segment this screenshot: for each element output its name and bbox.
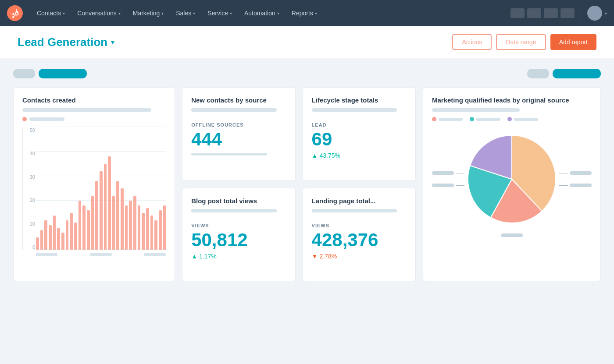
chart-bar[interactable] bbox=[116, 181, 119, 250]
nav-item-service[interactable]: Service ▾ bbox=[202, 6, 237, 20]
connector-right-1 bbox=[559, 171, 592, 175]
dashboard: Contacts created 50403020100 New co bbox=[0, 58, 614, 364]
nav-icon-btn-1[interactable] bbox=[510, 8, 525, 18]
card-lifecycle-stage: Lifecycle stage totals LEAD 69 ▲ 43.75% bbox=[303, 87, 416, 181]
chart-bar[interactable] bbox=[163, 205, 166, 250]
filter-pill-4[interactable] bbox=[553, 69, 601, 78]
user-avatar[interactable] bbox=[587, 6, 602, 21]
chart-bar[interactable] bbox=[53, 216, 56, 250]
landing-views-title: Landing page total... bbox=[312, 197, 407, 205]
header-actions: Actions Date range Add report bbox=[452, 34, 596, 50]
title-dropdown-icon[interactable]: ▾ bbox=[111, 38, 114, 46]
legend-label bbox=[29, 117, 64, 121]
chart-bar[interactable] bbox=[104, 164, 107, 250]
landing-views-bar bbox=[312, 209, 397, 212]
chart-grid-line bbox=[36, 151, 166, 152]
source-value: 444 bbox=[191, 130, 286, 148]
toolbar-left bbox=[13, 69, 87, 78]
bar-chart: 50403020100 bbox=[22, 127, 166, 272]
chart-bar[interactable] bbox=[133, 196, 136, 250]
chart-bar[interactable] bbox=[57, 228, 60, 250]
nav-icon-btn-2[interactable] bbox=[527, 8, 541, 18]
nav-item-contacts[interactable]: Contacts ▾ bbox=[32, 6, 70, 20]
chart-bar[interactable] bbox=[61, 233, 64, 250]
svg-point-2 bbox=[12, 16, 14, 18]
pie-legend-row bbox=[432, 117, 592, 121]
nav-icon-btn-4[interactable] bbox=[560, 8, 575, 18]
connector-pill bbox=[570, 171, 592, 175]
chart-bar[interactable] bbox=[138, 205, 141, 250]
filter-pill-3[interactable] bbox=[527, 69, 549, 78]
chart-bar[interactable] bbox=[129, 201, 132, 250]
chart-bar[interactable] bbox=[40, 230, 43, 250]
chart-bar[interactable] bbox=[108, 156, 111, 250]
pie-dot-3 bbox=[507, 117, 512, 121]
new-contacts-bar bbox=[191, 108, 277, 112]
chart-bar[interactable] bbox=[125, 205, 128, 250]
stage-label: LEAD bbox=[312, 122, 407, 127]
card-landing-views: Landing page total... VIEWS 428,376 ▼ 2.… bbox=[303, 188, 416, 282]
chevron-down-icon: ▾ bbox=[277, 11, 279, 16]
chart-bar[interactable] bbox=[146, 208, 149, 250]
chart-bar[interactable] bbox=[70, 213, 73, 250]
chart-bar[interactable] bbox=[159, 210, 162, 250]
chart-bar[interactable] bbox=[142, 213, 145, 250]
blog-value: 50,812 bbox=[191, 231, 286, 249]
pie-legend-label-3 bbox=[514, 118, 538, 121]
connector-pill bbox=[432, 184, 454, 187]
page-title: Lead Generation bbox=[18, 35, 107, 49]
new-contacts-title: New contacts by source bbox=[191, 96, 286, 104]
mql-bar bbox=[432, 108, 520, 112]
y-axis-label: 0 bbox=[23, 244, 35, 250]
chart-bar[interactable] bbox=[44, 220, 47, 250]
chevron-down-icon: ▾ bbox=[315, 11, 317, 16]
chart-bar[interactable] bbox=[82, 205, 86, 250]
cards-grid: Contacts created 50403020100 New co bbox=[13, 87, 601, 281]
contacts-created-title: Contacts created bbox=[22, 96, 166, 104]
nav-icon-btn-3[interactable] bbox=[544, 8, 558, 18]
chart-bar[interactable] bbox=[79, 201, 82, 250]
chart-bar[interactable] bbox=[91, 196, 94, 250]
nav-item-automation[interactable]: Automation ▾ bbox=[239, 6, 285, 20]
chart-bar[interactable] bbox=[154, 220, 157, 250]
connector-left-2 bbox=[432, 184, 464, 187]
nav-item-sales[interactable]: Sales ▾ bbox=[171, 6, 200, 20]
chart-bar[interactable] bbox=[36, 237, 39, 250]
blog-change: ▲ 1.17% bbox=[191, 253, 286, 260]
blog-views-bar bbox=[191, 209, 277, 212]
axis-pill bbox=[90, 253, 112, 256]
hubspot-logo[interactable] bbox=[7, 5, 23, 21]
lifecycle-bar bbox=[312, 108, 397, 112]
filter-pill-2[interactable] bbox=[39, 69, 87, 78]
chart-grid-line bbox=[36, 127, 166, 127]
date-range-button[interactable]: Date range bbox=[496, 34, 546, 50]
chart-bar[interactable] bbox=[150, 216, 154, 250]
page-header: Lead Generation ▾ Actions Date range Add… bbox=[0, 26, 614, 58]
card-contacts-created: Contacts created 50403020100 bbox=[13, 87, 175, 281]
bar-axis-labels bbox=[22, 250, 166, 256]
chart-bar[interactable] bbox=[66, 220, 69, 250]
chart-bar[interactable] bbox=[74, 223, 77, 250]
actions-button[interactable]: Actions bbox=[452, 34, 492, 50]
nav-item-reports[interactable]: Reports ▾ bbox=[286, 6, 322, 20]
card-blog-views: Blog post total views VIEWS 50,812 ▲ 1.1… bbox=[182, 188, 295, 282]
chart-bar[interactable] bbox=[121, 188, 124, 250]
chart-bar[interactable] bbox=[100, 171, 103, 250]
avatar-chevron-icon[interactable]: ▾ bbox=[605, 11, 607, 16]
filter-pill-1[interactable] bbox=[13, 69, 35, 78]
chart-bar[interactable] bbox=[49, 225, 52, 250]
pie-legend-label-1 bbox=[439, 118, 463, 121]
nav-item-conversations[interactable]: Conversations ▾ bbox=[72, 6, 126, 20]
chevron-down-icon: ▾ bbox=[63, 11, 65, 16]
svg-point-1 bbox=[12, 13, 14, 15]
nav-item-marketing[interactable]: Marketing ▾ bbox=[128, 6, 169, 20]
chart-bar[interactable] bbox=[95, 181, 98, 250]
axis-pill bbox=[144, 253, 166, 256]
add-report-button[interactable]: Add report bbox=[550, 34, 596, 50]
chart-bar[interactable] bbox=[87, 210, 90, 250]
chart-bar[interactable] bbox=[112, 196, 115, 250]
contacts-legend bbox=[22, 117, 166, 121]
y-axis-label: 10 bbox=[23, 221, 35, 226]
card-mql-by-source: Marketing qualified leads by original so… bbox=[423, 87, 601, 281]
blog-views-title: Blog post total views bbox=[191, 197, 286, 205]
